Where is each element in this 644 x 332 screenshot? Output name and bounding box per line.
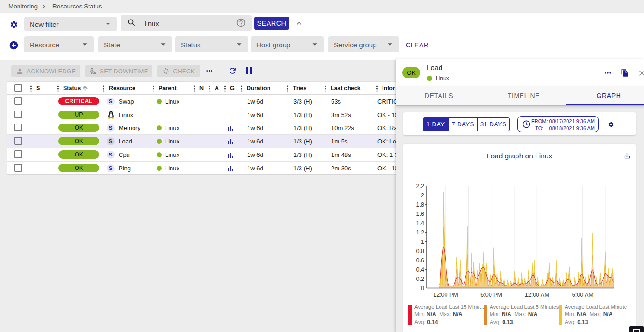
svg-text:1.8: 1.8 [416, 202, 424, 208]
svg-text:2.2: 2.2 [416, 183, 424, 189]
svg-text:1.6: 1.6 [416, 211, 424, 217]
svg-text:1.2: 1.2 [416, 229, 424, 236]
svg-text:0.2: 0.2 [416, 276, 424, 282]
svg-text:12:00 AM: 12:00 AM [525, 292, 549, 298]
svg-text:0.8: 0.8 [416, 248, 424, 254]
svg-text:0: 0 [421, 285, 424, 292]
svg-text:2: 2 [421, 192, 424, 199]
svg-text:1: 1 [421, 239, 424, 245]
svg-text:6:00 PM: 6:00 PM [480, 292, 502, 298]
svg-text:12:00 PM: 12:00 PM [433, 292, 458, 298]
svg-text:0.6: 0.6 [416, 257, 424, 264]
svg-text:1.4: 1.4 [416, 220, 424, 227]
svg-text:6:00 AM: 6:00 AM [572, 292, 593, 298]
svg-text:0.4: 0.4 [416, 267, 424, 273]
